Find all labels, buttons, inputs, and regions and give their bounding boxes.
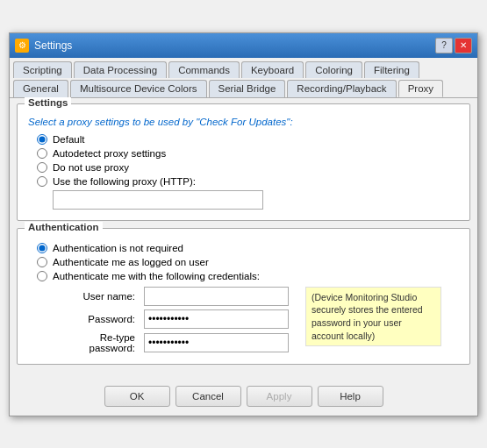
auth-option-not-required-label: Authentication is not required [53, 243, 183, 253]
auth-radio-logged-on[interactable] [37, 257, 47, 267]
proxy-option-custom-label: Use the following proxy (HTTP): [53, 176, 196, 187]
proxy-option-default[interactable]: Default [37, 134, 459, 145]
password-input[interactable] [144, 309, 289, 329]
retype-password-input[interactable] [144, 333, 289, 352]
description-suffix: : [290, 117, 292, 127]
auth-option-not-required[interactable]: Authentication is not required [37, 243, 459, 253]
proxy-option-autodetect[interactable]: Autodetect proxy settings [37, 148, 459, 159]
close-button[interactable]: ✕ [455, 38, 472, 53]
proxy-radio-no-proxy[interactable] [37, 162, 47, 173]
ok-button[interactable]: OK [104, 386, 170, 407]
cancel-button[interactable]: Cancel [175, 386, 241, 407]
settings-window: ⚙ Settings ? ✕ Scripting Data Processing… [9, 32, 478, 416]
apply-button[interactable]: Apply [247, 386, 312, 407]
proxy-option-no-proxy[interactable]: Do not use proxy [37, 162, 459, 173]
tab-scripting[interactable]: Scripting [13, 61, 72, 78]
description-prefix: Select a proxy settings to be used by [28, 117, 196, 127]
password-label: Password: [53, 314, 140, 324]
app-icon: ⚙ [15, 39, 29, 53]
proxy-option-default-label: Default [53, 134, 84, 145]
retype-label: Re-type password: [53, 332, 140, 353]
auth-option-logged-on-label: Authenticate me as logged on user [53, 257, 209, 267]
proxy-option-no-proxy-label: Do not use proxy [53, 162, 129, 173]
tab-general[interactable]: General [13, 80, 68, 97]
proxy-option-custom[interactable]: Use the following proxy (HTTP): [37, 176, 459, 187]
auth-radio-credentials[interactable] [37, 271, 47, 281]
credentials-note: (Device Monitoring Studio securely store… [305, 287, 441, 347]
proxy-option-autodetect-label: Autodetect proxy settings [53, 148, 166, 159]
tab-serial-bridge[interactable]: Serial Bridge [209, 80, 286, 97]
auth-radio-group: Authentication is not required Authentic… [37, 243, 459, 281]
settings-group-title: Settings [25, 97, 71, 108]
auth-option-logged-on[interactable]: Authenticate me as logged on user [37, 257, 459, 267]
tab-proxy[interactable]: Proxy [398, 80, 443, 97]
credentials-grid: User name: (Device Monitoring Studio sec… [53, 287, 459, 353]
authentication-group: Authentication Authentication is not req… [17, 228, 470, 365]
username-label: User name: [53, 291, 140, 302]
tab-row-1: Scripting Data Processing Commands Keybo… [13, 61, 474, 78]
proxy-description: Select a proxy settings to be used by "C… [28, 117, 459, 127]
window-title: Settings [34, 39, 72, 52]
description-link: "Check For Updates" [196, 117, 290, 127]
help-btn[interactable]: Help [318, 386, 383, 407]
tab-commands[interactable]: Commands [168, 61, 240, 78]
tab-container: Scripting Data Processing Commands Keybo… [10, 58, 477, 97]
auth-option-credentials-label: Authenticate me with the following crede… [53, 271, 260, 281]
tab-coloring[interactable]: Coloring [305, 61, 362, 78]
proxy-radio-group: Default Autodetect proxy settings Do not… [37, 134, 459, 187]
bottom-buttons: OK Cancel Apply Help [10, 379, 477, 416]
proxy-radio-autodetect[interactable] [37, 148, 47, 159]
proxy-radio-custom[interactable] [37, 176, 47, 187]
tab-keyboard[interactable]: Keyboard [241, 61, 304, 78]
tab-multisource[interactable]: Multisource Device Colors [70, 80, 207, 97]
help-button[interactable]: ? [435, 38, 453, 53]
tab-filtering[interactable]: Filtering [364, 61, 419, 78]
proxy-radio-default[interactable] [37, 134, 47, 145]
content-area: Settings Select a proxy settings to be u… [10, 97, 477, 379]
titlebar: ⚙ Settings ? ✕ [10, 33, 477, 58]
proxy-url-input[interactable] [53, 190, 263, 210]
username-input[interactable] [144, 287, 289, 306]
tab-data-processing[interactable]: Data Processing [74, 61, 167, 78]
tab-row-2: General Multisource Device Colors Serial… [13, 80, 474, 97]
authentication-group-title: Authentication [25, 222, 103, 232]
settings-group: Settings Select a proxy settings to be u… [17, 103, 470, 221]
auth-option-credentials[interactable]: Authenticate me with the following crede… [37, 271, 459, 281]
auth-radio-not-required[interactable] [37, 243, 47, 253]
tab-recording-playback[interactable]: Recording/Playback [287, 80, 396, 97]
